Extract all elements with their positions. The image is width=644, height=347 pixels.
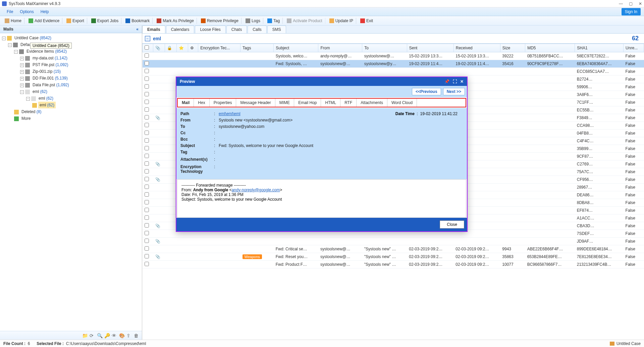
close-preview-icon[interactable]: ✕ bbox=[460, 79, 464, 84]
row-checkbox[interactable] bbox=[145, 100, 149, 104]
row-checkbox[interactable] bbox=[145, 239, 149, 243]
delete-icon[interactable]: 🗑 bbox=[134, 333, 139, 338]
row-checkbox[interactable] bbox=[145, 131, 149, 135]
path-link[interactable]: eml\eml\eml bbox=[219, 111, 240, 116]
tree-item[interactable]: Zip-001.zip bbox=[33, 69, 52, 74]
tree-item[interactable]: eml bbox=[39, 96, 45, 101]
ptab-message-header[interactable]: Message Header bbox=[236, 99, 275, 107]
col-to[interactable]: To bbox=[362, 44, 407, 52]
lock-col-icon[interactable]: 🔒 bbox=[165, 44, 176, 52]
expand-icon[interactable]: ⛶ bbox=[453, 79, 457, 84]
export-jobs-button[interactable]: Export Jobs bbox=[89, 18, 121, 24]
row-checkbox[interactable] bbox=[145, 115, 149, 119]
table-row[interactable]: 📎 JD9AF… False bbox=[143, 238, 644, 245]
previous-button[interactable]: <<Previous bbox=[412, 88, 441, 95]
update-ip-button[interactable]: Update IP bbox=[327, 18, 356, 24]
maximize-button[interactable]: ▢ bbox=[629, 1, 633, 6]
gear-col-icon[interactable]: ⚙ bbox=[188, 44, 198, 52]
tab-emails[interactable]: Emails bbox=[142, 26, 165, 33]
remove-privilege-button[interactable]: Remove Privilege bbox=[198, 18, 241, 24]
table-row[interactable]: Fwd: Systools, … systoolsnew@… systoolsn… bbox=[143, 60, 644, 68]
row-checkbox[interactable] bbox=[145, 192, 149, 197]
row-checkbox[interactable] bbox=[145, 169, 149, 174]
tree-item-selected[interactable]: eml bbox=[40, 103, 46, 107]
tree-toggle[interactable]: + bbox=[20, 84, 24, 87]
folder-icon[interactable]: 📁 bbox=[82, 333, 88, 338]
row-checkbox[interactable] bbox=[145, 69, 149, 73]
attachment-col-icon[interactable]: 📎 bbox=[153, 44, 165, 52]
add-evidence-button[interactable]: Add Evidence bbox=[26, 18, 62, 24]
tree-toggle[interactable]: − bbox=[2, 37, 6, 40]
table-row[interactable]: Systools, welco… andy-noreply@… systools… bbox=[143, 52, 644, 60]
export-button[interactable]: Export bbox=[64, 18, 87, 24]
row-checkbox[interactable] bbox=[145, 215, 149, 220]
row-checkbox[interactable] bbox=[145, 77, 149, 81]
table-row[interactable]: Fwd: Critical se… systoolsnew@… "Systool… bbox=[143, 245, 644, 253]
tree-toggle[interactable]: + bbox=[20, 70, 24, 74]
tree-item[interactable]: eml bbox=[33, 89, 39, 94]
logs-button[interactable]: Logs bbox=[243, 18, 263, 24]
ptab-rtf[interactable]: RTF bbox=[340, 99, 357, 107]
tree-item[interactable]: PST File.pst bbox=[33, 62, 54, 67]
ptab-word-cloud[interactable]: Word Cloud bbox=[387, 99, 417, 107]
row-checkbox[interactable] bbox=[145, 262, 149, 266]
tree-toggle[interactable]: + bbox=[20, 63, 24, 67]
bookmark-button[interactable]: Bookmark bbox=[123, 18, 153, 24]
preview-body[interactable]: ---------- Forwarded message --------- F… bbox=[177, 179, 466, 218]
ptab-html[interactable]: HTML bbox=[321, 99, 340, 107]
forwarded-from-link[interactable]: andy-noreply@google.com bbox=[232, 188, 280, 192]
home-button[interactable]: Home bbox=[2, 18, 24, 24]
row-checkbox[interactable] bbox=[145, 231, 149, 235]
col-sent[interactable]: Sent bbox=[407, 44, 453, 52]
pin-icon[interactable]: 📌 bbox=[444, 79, 449, 84]
col-tags[interactable]: Tags bbox=[240, 44, 274, 52]
next-button[interactable]: Next >> bbox=[443, 88, 465, 95]
row-checkbox[interactable] bbox=[145, 177, 149, 181]
ptab-attachments[interactable]: Attachments bbox=[357, 99, 387, 107]
tree-evidence[interactable]: Evidence Items bbox=[26, 49, 54, 54]
row-checkbox[interactable] bbox=[145, 246, 149, 251]
col-from[interactable]: From bbox=[318, 44, 362, 52]
row-checkbox[interactable] bbox=[145, 123, 149, 127]
ptab-properties[interactable]: Properties bbox=[210, 99, 236, 107]
tree-deleted[interactable]: Deleted bbox=[21, 109, 35, 114]
row-checkbox[interactable] bbox=[145, 53, 149, 58]
signin-button[interactable]: Sign In bbox=[622, 8, 641, 15]
col-sha1[interactable]: SHA1 bbox=[575, 44, 624, 52]
row-checkbox[interactable] bbox=[145, 92, 149, 96]
tree-item[interactable]: Data File.pst bbox=[33, 83, 55, 87]
menu-options[interactable]: Options bbox=[16, 8, 37, 15]
row-checkbox[interactable] bbox=[145, 223, 149, 228]
mark-privilege-button[interactable]: Mark As Privilege bbox=[154, 18, 197, 24]
tag-button[interactable]: Tag bbox=[265, 18, 283, 24]
tab-chats[interactable]: Chats bbox=[226, 26, 247, 33]
col-md5[interactable]: MD5 bbox=[525, 44, 575, 52]
search-icon[interactable]: 🔍 bbox=[97, 333, 102, 338]
menu-file[interactable]: File bbox=[3, 8, 16, 15]
exit-button[interactable]: Exit bbox=[358, 18, 376, 24]
row-checkbox[interactable] bbox=[145, 254, 149, 258]
export-tree-icon[interactable]: ⇪ bbox=[126, 333, 132, 338]
row-checkbox[interactable] bbox=[145, 161, 149, 166]
select-all-checkbox[interactable] bbox=[145, 45, 149, 50]
close-button[interactable]: Close bbox=[440, 220, 464, 229]
minimize-button[interactable]: — bbox=[619, 1, 623, 6]
close-window-button[interactable]: ✕ bbox=[639, 1, 642, 6]
menu-help[interactable]: Help bbox=[37, 8, 52, 15]
tab-calendars[interactable]: Calendars bbox=[166, 26, 195, 33]
ptab-mime[interactable]: MIME bbox=[275, 99, 294, 107]
ptab-hex[interactable]: Hex bbox=[194, 99, 209, 107]
table-row[interactable]: ECC685C1AA7… False bbox=[143, 68, 644, 76]
col-size[interactable]: Size bbox=[500, 44, 525, 52]
tab-sms[interactable]: SMS bbox=[267, 26, 286, 33]
row-checkbox[interactable] bbox=[145, 61, 149, 65]
ptab-email-hop[interactable]: Email Hop bbox=[294, 99, 321, 107]
tree-item[interactable]: my-data.ost bbox=[33, 56, 54, 60]
tree-item[interactable]: DD File.001 bbox=[33, 76, 54, 81]
row-checkbox[interactable] bbox=[145, 154, 149, 158]
refresh-icon[interactable]: ⟳ bbox=[90, 333, 95, 338]
case-tree[interactable]: Untitled Case (8542) −Untitled Case (854… bbox=[0, 33, 142, 331]
table-row[interactable]: 📎 Weapons Fwd: Reset you… systoolsnew@… … bbox=[143, 253, 644, 261]
activate-button[interactable]: Activate Product bbox=[284, 18, 325, 24]
tree-toggle[interactable]: + bbox=[20, 57, 24, 60]
